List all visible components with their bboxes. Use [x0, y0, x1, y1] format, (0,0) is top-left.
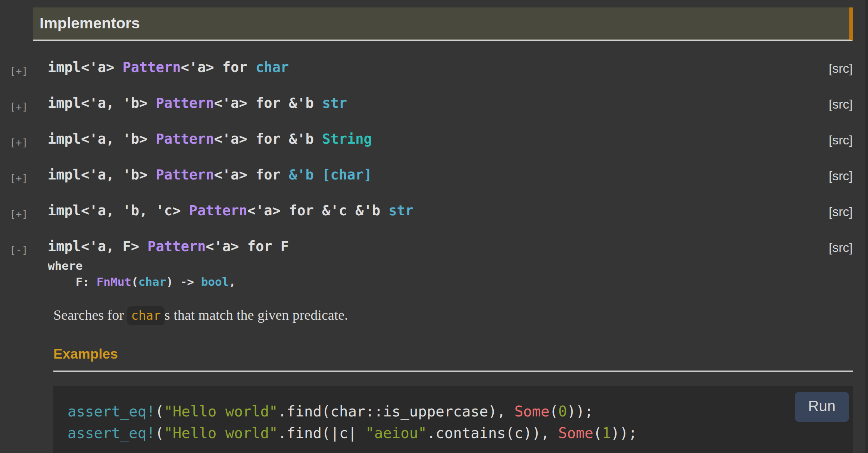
src-link[interactable]: [src] — [829, 203, 853, 221]
signature-text: impl<'a, 'b> — [48, 167, 156, 183]
signature-text: <'a> for &'b — [214, 131, 322, 147]
src-link[interactable]: [src] — [829, 167, 853, 185]
collapse-toggle-icon[interactable]: [+] — [10, 98, 28, 116]
signature-text: impl<'a, 'b> — [48, 131, 156, 147]
run-button[interactable]: Run — [795, 392, 849, 422]
section-title: Implementors — [40, 14, 849, 32]
signature-text: impl<'a> — [48, 59, 122, 75]
trait-link[interactable]: Pattern — [122, 59, 181, 75]
signature-text: <'a> for F — [206, 238, 289, 254]
primitive-link[interactable]: &'b [char] — [289, 167, 372, 183]
src-link[interactable]: [src] — [829, 131, 853, 149]
signature-text: .find(|c| — [278, 425, 366, 441]
doc-text: s that match the given predicate. — [165, 307, 348, 323]
number-token: 1 — [602, 425, 611, 441]
collapse-toggle-icon[interactable]: [+] — [10, 169, 28, 187]
signature-text: impl<'a, 'b> — [48, 95, 156, 111]
code-sample: assert_eq!("Hello world".find(char::is_u… — [53, 386, 853, 453]
impl-signature: impl<'a, 'b> Pattern<'a> for &'b [char] — [48, 167, 372, 183]
signature-text: ( — [155, 425, 164, 441]
signature-text: ) -> — [166, 275, 201, 288]
src-link[interactable]: [src] — [829, 238, 853, 256]
implementors-list: [+]impl<'a> Pattern<'a> for char[src][+]… — [33, 59, 853, 453]
string-token: "aeiou" — [365, 425, 427, 441]
trait-link[interactable]: Pattern — [156, 95, 214, 111]
struct-link[interactable]: String — [322, 131, 372, 147]
primitive-link[interactable]: char — [256, 59, 289, 75]
src-link[interactable]: [src] — [829, 59, 853, 77]
impl-row: [+]impl<'a, 'b> Pattern<'a> for &'b str[… — [33, 94, 853, 112]
inline-code-link[interactable]: char — [127, 306, 164, 325]
doc-text: Searches for — [53, 307, 127, 323]
doc-paragraph: Searches for chars that match the given … — [53, 305, 853, 326]
signature-text: <'a> for — [214, 167, 289, 183]
signature-text: impl<'a, 'b, 'c> — [48, 203, 189, 219]
impl-signature: impl<'a, 'b> Pattern<'a> for &'b str — [48, 95, 347, 111]
impl-signature: impl<'a, 'b, 'c> Pattern<'a> for &'c &'b… — [48, 203, 413, 219]
rustdoc-page: { "page": { "title": "Implementors" }, "… — [0, 0, 868, 453]
src-link[interactable]: [src] — [829, 95, 853, 113]
signature-text: ( — [131, 275, 138, 288]
prelude-token: Some — [515, 403, 550, 420]
prelude-token: Some — [558, 425, 593, 441]
string-token: "Hello world" — [164, 403, 278, 420]
trait-link[interactable]: FnMut — [97, 275, 131, 288]
signature-text: )); — [567, 403, 593, 420]
where-clause: where F: FnMut(char) -> bool, — [48, 258, 853, 290]
trait-link[interactable]: Pattern — [156, 131, 214, 147]
signature-text: ( — [593, 425, 602, 441]
macro-token: assert_eq! — [68, 425, 155, 441]
collapse-toggle-icon[interactable]: [+] — [10, 62, 28, 80]
signature-text: )); — [611, 425, 637, 441]
code-line: assert_eq!("Hello world".find(|c| "aeiou… — [68, 422, 845, 444]
signature-text: .find(char::is_uppercase), — [278, 403, 515, 420]
impl-signature: impl<'a> Pattern<'a> for char — [48, 59, 289, 75]
scrollbar[interactable] — [865, 0, 868, 453]
trait-link[interactable]: Pattern — [147, 238, 206, 254]
signature-text: <'a> for — [181, 59, 255, 75]
signature-text: , — [229, 275, 236, 288]
where-line: F: FnMut(char) -> bool, — [48, 274, 853, 290]
impl-row: [+]impl<'a, 'b> Pattern<'a> for &'b [cha… — [33, 166, 853, 184]
primitive-link[interactable]: str — [388, 203, 413, 219]
impl-row: [-]impl<'a, F> Pattern<'a> for F[src]whe… — [33, 238, 853, 453]
collapse-toggle-icon[interactable]: [+] — [10, 134, 28, 151]
signature-text: where — [48, 259, 82, 272]
impl-docblock: Searches for chars that match the given … — [53, 305, 853, 453]
primitive-link[interactable]: char — [138, 275, 166, 288]
impl-row: [+]impl<'a> Pattern<'a> for char[src] — [33, 59, 853, 76]
trait-link[interactable]: Pattern — [189, 203, 247, 219]
signature-text: .contains(c)), — [427, 425, 558, 441]
collapse-toggle-icon[interactable]: [-] — [10, 241, 28, 259]
implementors-section-header: Implementors — [33, 7, 853, 41]
signature-text: <'a> for &'c &'b — [247, 203, 389, 219]
primitive-link[interactable]: str — [322, 95, 347, 111]
impl-signature: impl<'a, F> Pattern<'a> for F — [48, 238, 289, 254]
number-token: 0 — [558, 403, 567, 420]
signature-text: ( — [155, 403, 164, 420]
examples-heading: Examples — [53, 345, 853, 372]
impl-row: [+]impl<'a, 'b, 'c> Pattern<'a> for &'c … — [33, 202, 853, 220]
example-code-block: assert_eq!("Hello world".find(char::is_u… — [53, 386, 853, 453]
where-line: where — [48, 258, 853, 274]
macro-token: assert_eq! — [68, 403, 155, 420]
primitive-link[interactable]: bool — [201, 275, 229, 288]
impl-signature: impl<'a, 'b> Pattern<'a> for &'b String — [48, 131, 372, 147]
trait-link[interactable]: Pattern — [156, 167, 214, 183]
string-token: "Hello world" — [164, 425, 278, 441]
signature-text: F: — [48, 275, 97, 288]
code-line: assert_eq!("Hello world".find(char::is_u… — [68, 401, 845, 422]
impl-row: [+]impl<'a, 'b> Pattern<'a> for &'b Stri… — [33, 130, 853, 148]
signature-text: ( — [549, 403, 558, 420]
signature-text: <'a> for &'b — [214, 95, 322, 111]
collapse-toggle-icon[interactable]: [+] — [10, 205, 28, 223]
signature-text: impl<'a, F> — [48, 238, 147, 254]
